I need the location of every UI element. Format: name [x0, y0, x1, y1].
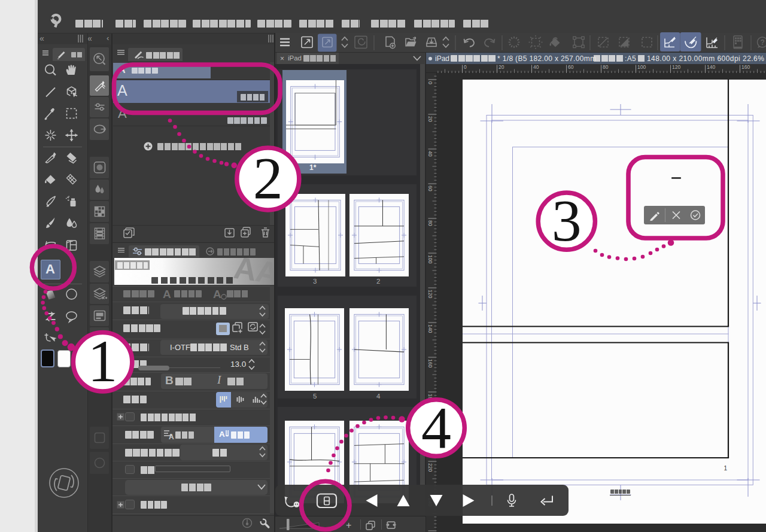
- svg-text:4: 4: [421, 394, 451, 461]
- svg-text:1: 1: [88, 328, 118, 394]
- svg-text:3: 3: [552, 187, 582, 254]
- svg-text:2: 2: [253, 145, 283, 211]
